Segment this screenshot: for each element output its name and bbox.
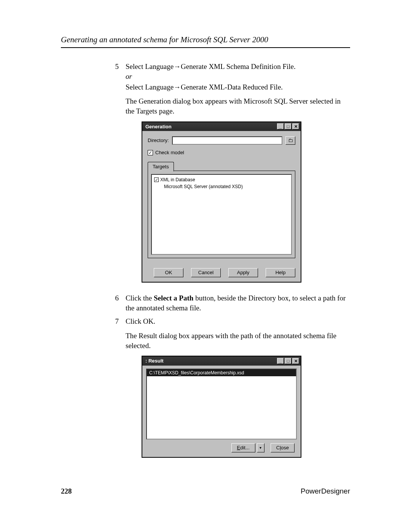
step7-paragraph: The Result dialog box appears with the p… xyxy=(126,331,350,350)
browse-folder-icon[interactable]: 🗀 xyxy=(285,136,295,145)
apply-button[interactable]: Apply xyxy=(228,268,258,277)
close-icon[interactable]: ✕ xyxy=(292,123,299,129)
page-number: 228 xyxy=(61,486,72,496)
maximize-icon[interactable]: □ xyxy=(285,358,292,364)
result-title: : Result xyxy=(145,358,276,364)
generation-title: Generation xyxy=(145,123,276,130)
tree-root-checkbox[interactable]: ✓ xyxy=(154,177,159,182)
step5-or: or xyxy=(126,72,350,81)
maximize-icon[interactable]: □ xyxy=(285,123,292,129)
targets-panel: ✓ XML in Database Microsoft SQL Server (… xyxy=(148,171,295,258)
generation-dialog: Generation _ □ ✕ Directory: 🗀 ✓ xyxy=(142,121,301,283)
cancel-button[interactable]: Cancel xyxy=(191,268,221,277)
edit-button[interactable]: Edit... xyxy=(231,443,255,452)
result-selected-path[interactable]: C:\TEMP\XSD_files\CorporateMembership.xs… xyxy=(147,369,296,376)
check-model-label: Check model xyxy=(155,149,184,156)
step7-line: Click OK. xyxy=(126,316,350,326)
edit-dropdown-icon[interactable]: ▾ xyxy=(257,443,264,452)
targets-tab[interactable]: Targets xyxy=(148,162,174,172)
targets-tree[interactable]: ✓ XML in Database Microsoft SQL Server (… xyxy=(151,174,292,255)
step-number-6: 6 xyxy=(110,293,119,313)
directory-input[interactable] xyxy=(172,136,282,145)
step6-pre: Click the xyxy=(126,294,154,302)
tree-child-label: Microsoft SQL Server (annotated XSD) xyxy=(154,183,289,190)
step-number-7: 7 xyxy=(110,316,119,464)
directory-label: Directory: xyxy=(148,137,169,144)
close-icon[interactable]: ✕ xyxy=(292,358,299,364)
tree-root-label: XML in Database xyxy=(160,176,195,183)
product-name: PowerDesigner xyxy=(301,486,350,496)
help-button[interactable]: Help xyxy=(266,268,295,277)
result-titlebar: : Result _ □ ✕ xyxy=(142,356,301,366)
check-model-checkbox[interactable]: ✓ xyxy=(148,150,153,155)
page-footer: 228 PowerDesigner xyxy=(61,486,350,496)
minimize-icon[interactable]: _ xyxy=(277,358,284,364)
running-header: Generating an annotated schema for Micro… xyxy=(61,34,350,48)
step-number-5: 5 xyxy=(110,62,119,289)
minimize-icon[interactable]: _ xyxy=(277,123,284,129)
step6-text: Click the Select a Path button, beside t… xyxy=(126,293,350,313)
result-list[interactable]: C:\TEMP\XSD_files\CorporateMembership.xs… xyxy=(146,369,297,439)
generation-titlebar: Generation _ □ ✕ xyxy=(142,122,301,131)
step6-bold: Select a Path xyxy=(154,294,193,302)
step5-line1: Select Language→Generate XML Schema Defi… xyxy=(126,62,350,72)
close-button[interactable]: Close xyxy=(271,443,295,452)
result-dialog: : Result _ □ ✕ C:\TEMP\XSD_files\Corpora… xyxy=(142,356,301,458)
step5-paragraph: The Generation dialog box appears with M… xyxy=(126,96,350,116)
ok-button[interactable]: OK xyxy=(154,268,183,277)
step5-line2: Select Language→Generate XML-Data Reduce… xyxy=(126,82,350,92)
